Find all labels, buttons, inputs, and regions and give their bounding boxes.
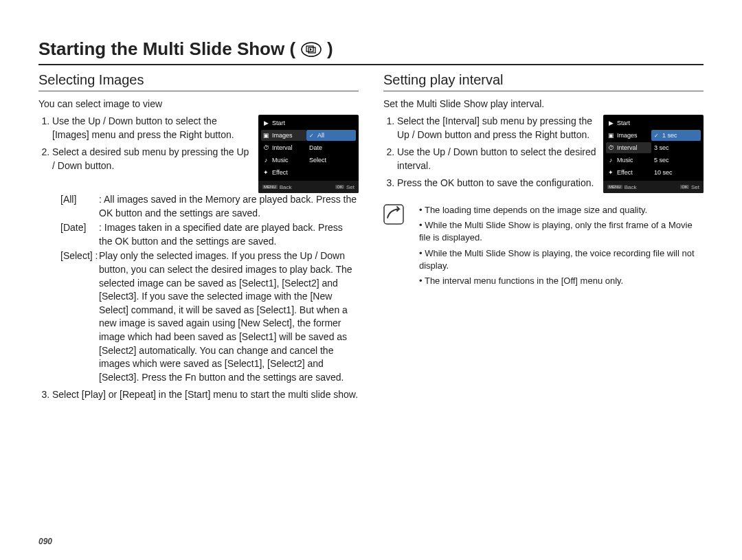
lcd-menu-images: Images [272,132,293,139]
lcd2-opt-5sec: 5 sec [654,157,669,164]
step-1-left: Use the Up / Down button to select the [… [52,115,251,142]
lcd2-menu-effect: Effect [617,169,633,176]
lcd2-opt-3sec: 3 sec [654,144,669,151]
lcd-opt-all: All [317,132,324,139]
title-text: Starting the Multi Slide Show ( [38,38,295,60]
step-2-right: Use the Up / Down button to select the d… [397,146,596,172]
steps-left-bottom: Select [Play] or [Repeat] in the [Start]… [38,388,359,402]
lcd2-opt-1sec: 1 sec [662,132,677,139]
lcd-btn-menu: MENU [262,185,278,189]
steps-left-top: Use the Up / Down button to select the [… [38,115,251,172]
svg-rect-2 [308,47,315,53]
lcd-screenshot-interval: ▶Start ▣Images ⏱Interval ♪Music ✦Effect … [603,115,704,193]
note-block: The loading time depends on the image si… [383,204,704,290]
svg-marker-3 [310,48,312,51]
lcd-menu-music: Music [272,157,289,164]
slideshow-icon [301,42,322,57]
step-2-left: Select a desired sub menu by pressing th… [52,146,251,172]
def-select-label: [Select] : [60,249,99,384]
lcd2-btn-ok: OK [680,185,689,189]
section-heading-selecting-images: Selecting Images [38,72,359,88]
def-select-desc: Play only the selected images. If you pr… [99,249,359,384]
lcd2-menu-images: Images [617,132,638,139]
title-close: ) [327,38,333,60]
note-list: The loading time depends on the image si… [411,204,704,290]
intro-left: You can select image to view [38,98,359,109]
lcd2-opt-10sec: 10 sec [654,169,673,176]
section-divider-left [38,91,359,91]
note-4: The interval menu functions in the [Off]… [419,275,704,287]
def-date-desc: : Images taken in a specified date are p… [99,221,359,248]
step-3-left: Select [Play] or [Repeat] in the [Start]… [52,388,359,402]
lcd-btn-ok: OK [335,185,344,189]
submenu-definitions: [All] : All images saved in the Memory a… [38,193,359,384]
left-column: Selecting Images You can select image to… [38,72,359,406]
intro-right: Set the Multi Slide Show play interval. [383,98,704,109]
lcd-opt-date: Date [309,144,322,151]
note-2: While the Multi Slide Show is playing, o… [419,219,704,244]
right-column: Setting play interval Set the Multi Slid… [383,72,704,406]
step-3-right: Press the OK button to save the configur… [397,177,596,190]
svg-rect-4 [384,205,403,224]
page-title: Starting the Multi Slide Show ( ) [38,38,704,60]
note-icon [383,204,404,225]
page-number: 090 [38,537,52,546]
note-1: The loading time depends on the image si… [419,204,704,216]
def-all-desc: : All images saved in the Memory are pla… [99,193,359,220]
lcd-menu-interval: Interval [272,144,293,151]
def-all-label: [All] [60,193,99,220]
lcd-opt-select: Select [309,157,326,164]
lcd-screenshot-images: ▶Start ▣Images ⏱Interval ♪Music ✦Effect … [258,115,359,193]
lcd-foot-back: Back [280,184,292,190]
title-divider [38,64,704,65]
lcd2-menu-interval: Interval [617,144,638,151]
section-divider-right [383,91,704,91]
lcd-menu-effect: Effect [272,169,288,176]
lcd2-foot-set: Set [691,184,699,190]
lcd-foot-set: Set [346,184,355,190]
lcd2-btn-menu: MENU [607,185,622,189]
step-1-right: Select the [Interval] sub menu by pressi… [397,115,596,142]
lcd2-foot-back: Back [625,184,637,190]
lcd2-menu-start: Start [617,120,630,126]
section-heading-interval: Setting play interval [383,72,704,88]
steps-right: Select the [Interval] sub menu by pressi… [383,115,596,190]
lcd2-menu-music: Music [617,157,633,164]
note-3: While the Multi Slide Show is playing, t… [419,247,704,272]
lcd-menu-start: Start [272,120,285,126]
def-date-label: [Date] [60,221,99,248]
